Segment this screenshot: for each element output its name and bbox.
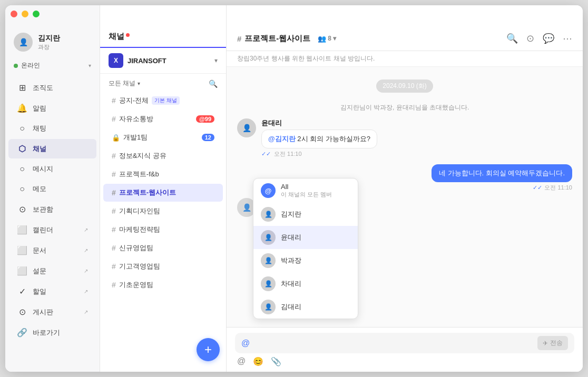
profile-name: 김지란 [38, 34, 60, 43]
chat-input[interactable] [253, 339, 537, 347]
send-button[interactable]: ✈ 전송 [537, 336, 568, 350]
bookmark-icon[interactable]: ⊙ [526, 33, 534, 44]
hash-icon: # [112, 96, 116, 105]
channel-name-title: 프로젝트-웹사이트 [244, 34, 310, 44]
user-avatar: 👤 [261, 276, 276, 291]
mention-item-all[interactable]: @ All 이 채널의 모든 멤버 [253, 178, 358, 203]
user-avatar: 👤 [261, 230, 276, 245]
task-icon: ✓ [17, 286, 27, 296]
sidebar-item-org[interactable]: ⊞ 조직도 [8, 78, 96, 97]
member-count-label: 8 [328, 35, 331, 42]
mention-item-chadaeri[interactable]: 👤 차대리 [253, 272, 358, 295]
sidebar-item-label: 채널 [33, 144, 46, 154]
channel-name: 프로젝트-f&b [119, 170, 159, 179]
mention-text: @김지란 [268, 135, 296, 143]
sidebar-item-alarm[interactable]: 🔔 알림 [8, 98, 96, 118]
emoji-icon[interactable]: 😊 [253, 356, 263, 366]
chevron-down-icon: ▾ [138, 81, 140, 86]
sidebar-item-channel[interactable]: ⬡ 채널 [8, 139, 96, 158]
minimize-button[interactable] [22, 11, 28, 17]
board-icon: ⊙ [17, 307, 27, 317]
channel-title: # 프로젝트-웹사이트 👥 8 ▾ [237, 34, 336, 44]
mention-dropdown: @ All 이 채널의 모든 멤버 👤 김지란 👤 윤대리 👤 박과장 [253, 178, 358, 319]
sidebar-item-chat[interactable]: ○ 채팅 [8, 119, 96, 138]
hash-icon: # [112, 244, 116, 252]
user-avatar: 👤 [261, 300, 276, 314]
mention-item-yundaeri[interactable]: 👤 윤대리 [253, 226, 358, 249]
status-dot [14, 64, 18, 68]
channel-item-free[interactable]: # 자유소통방 @99 [103, 110, 223, 128]
add-channel-button[interactable]: + [197, 338, 220, 361]
message-time: 오전 11:10 [544, 184, 572, 192]
sidebar-item-task[interactable]: ✓ 할일 ↗ [8, 282, 96, 301]
more-icon[interactable]: ⋯ [563, 33, 572, 44]
channel-item-info[interactable]: # 정보&지식 공유 [103, 147, 223, 165]
attach-icon[interactable]: 📎 [271, 356, 281, 366]
document-icon: ⬜ [17, 245, 27, 255]
mention-item-bakgwajang[interactable]: 👤 박과장 [253, 249, 358, 272]
system-message: 김지란님이 박과장, 윤대리님을 초대했습니다. [237, 103, 572, 112]
sidebar-item-message[interactable]: ○ 메시지 [8, 160, 96, 178]
channel-item-external[interactable]: # 기고객영업팀 [103, 257, 223, 275]
channel-item-website[interactable]: # 프로젝트-웹사이트 [103, 184, 223, 202]
sidebar-nav: ⊞ 조직도 🔔 알림 ○ 채팅 ⬡ 채널 ○ 메시지 [5, 73, 100, 372]
search-icon[interactable]: 🔍 [209, 80, 218, 88]
channel-item-new-sales[interactable]: # 신규영업팀 [103, 239, 223, 257]
channel-name: 신규영업팀 [119, 243, 153, 253]
channel-item-marketing[interactable]: # 마케팅전략팀 [103, 221, 223, 239]
at-toolbar-icon[interactable]: @ [237, 356, 246, 366]
channel-tag: 기본 채널 [152, 96, 180, 105]
channel-section-header[interactable]: 모든 채널 ▾ 🔍 [100, 74, 226, 91]
maximize-button[interactable] [33, 11, 40, 17]
sidebar-item-document[interactable]: ⬜ 문서 ↗ [8, 241, 96, 260]
channel-header: 채널 [100, 26, 226, 48]
input-toolbar: @ 😊 📎 [235, 356, 574, 366]
mention-name: 차대리 [281, 279, 301, 289]
channel-item-dev1[interactable]: 🔒 개발1팀 12 [103, 128, 223, 146]
channel-list: 채널 X JIRANSOFT ▾ 모든 채널 ▾ 🔍 # 공지-전체 기본 채널 [100, 5, 227, 372]
mention-item-kimjiran[interactable]: 👤 김지란 [253, 203, 358, 226]
hash-icon: # [112, 262, 116, 271]
unread-badge: 12 [202, 134, 214, 141]
channel-name: 자유소통방 [119, 114, 153, 124]
workspace-selector[interactable]: X JIRANSOFT ▾ [100, 48, 226, 74]
sidebar-item-calendar[interactable]: ⬜ 캘린더 ↗ [8, 220, 96, 240]
close-button[interactable] [11, 11, 17, 17]
profile-section: 👤 김지란 과장 [5, 26, 100, 58]
hash-icon: # [112, 225, 116, 234]
alarm-icon: 🔔 [17, 103, 27, 113]
channel-item-fnb[interactable]: # 프로젝트-f&b [103, 165, 223, 183]
status-selector[interactable]: 온라인 ▾ [5, 58, 100, 73]
sidebar-item-board[interactable]: ⊙ 게시판 ↗ [8, 302, 96, 322]
check-icon: ✓✓ [261, 151, 271, 157]
members-icon[interactable]: 💬 [543, 33, 554, 44]
sidebar-item-storage[interactable]: ⊙ 보관함 [8, 200, 96, 219]
mention-name: 김지란 [281, 210, 301, 219]
mention-name: 박과장 [281, 256, 301, 265]
user-avatar: 👤 [261, 207, 276, 222]
sidebar-item-label: 조직도 [33, 83, 53, 93]
workspace-name: JIRANSOFT [128, 57, 210, 65]
sidebar-item-shortcut[interactable]: 🔗 바로가기 [8, 323, 96, 342]
channel-item-base[interactable]: # 기초운영팀 [103, 276, 223, 294]
mention-item-info: All 이 채널의 모든 멤버 [281, 183, 332, 199]
external-icon: ↗ [84, 309, 88, 315]
search-icon[interactable]: 🔍 [506, 33, 518, 44]
plus-icon: + [204, 342, 212, 357]
chat-input-bar: @ ✈ 전송 [235, 333, 574, 353]
channel-item-design[interactable]: # 기획디자인팀 [103, 202, 223, 220]
channel-items: # 공지-전체 기본 채널 # 자유소통방 @99 🔒 개발1팀 12 # 정보… [100, 91, 226, 372]
sidebar-item-survey[interactable]: ⬜ 설문 ↗ [8, 261, 96, 281]
sidebar-item-memo[interactable]: ○ 메모 [8, 180, 96, 199]
survey-icon: ⬜ [17, 266, 27, 276]
hash-icon: # [237, 34, 241, 43]
mention-desc: 이 채널의 모든 멤버 [281, 191, 332, 199]
mention-item-kimdaeri[interactable]: 👤 김대리 [253, 295, 358, 319]
section-label: 모든 채널 [109, 79, 135, 88]
message-time: 오전 11:10 [274, 150, 302, 158]
outgoing-bubble: 네 가능합니다. 회의실 예약해두겠습니다. [432, 164, 572, 182]
hash-icon: # [112, 281, 116, 289]
channel-name: 정보&지식 공유 [119, 151, 166, 161]
channel-item-announce[interactable]: # 공지-전체 기본 채널 [103, 92, 223, 110]
external-icon: ↗ [84, 268, 88, 274]
